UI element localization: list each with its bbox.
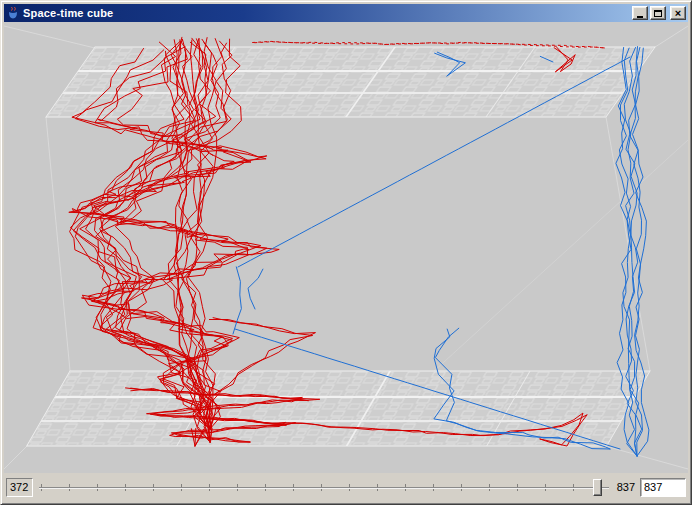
titlebar[interactable]: Space-time cube ×: [4, 4, 688, 22]
bottom-floorplan: [27, 371, 650, 446]
max-time-label: 837: [617, 481, 635, 493]
java-coffee-cup-icon[interactable]: [6, 6, 20, 20]
min-time-value: 372: [6, 478, 33, 497]
time-value-input[interactable]: [640, 478, 686, 497]
time-slider-panel: 372 837: [4, 473, 688, 501]
close-button[interactable]: ×: [670, 6, 686, 20]
window-title: Space-time cube: [23, 7, 113, 19]
app-window: Space-time cube ×: [0, 0, 692, 505]
time-slider[interactable]: [39, 475, 609, 499]
minimize-icon: [637, 16, 643, 18]
maximize-button[interactable]: [650, 6, 666, 20]
window-controls: ×: [630, 6, 686, 20]
maximize-icon: [654, 10, 662, 17]
spacetime-cube-view[interactable]: [4, 22, 688, 473]
slider-thumb[interactable]: [593, 479, 602, 496]
close-icon: ×: [675, 8, 681, 18]
slider-track[interactable]: [39, 487, 609, 489]
minimize-button[interactable]: [632, 6, 648, 20]
